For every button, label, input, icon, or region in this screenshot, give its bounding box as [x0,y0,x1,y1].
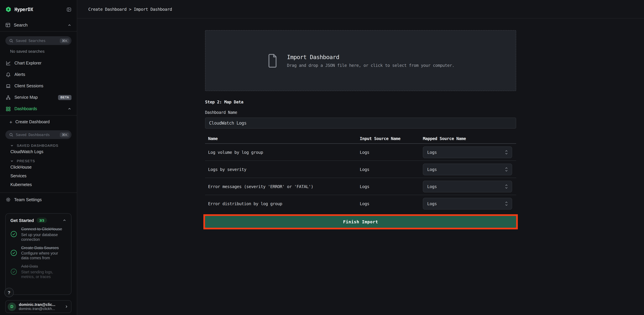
table-row: Log volume by log group Logs Logs [205,144,516,161]
saved-searches-placeholder: Saved Searches [16,39,58,43]
sidebar-item-services[interactable]: Services [0,172,77,180]
mapped-source-select[interactable]: Logs [423,146,512,158]
table-row: Error messages (severity 'ERROR' or 'FAT… [205,178,516,195]
shortcut-badge: ⌘K [60,132,70,137]
saved-dashboards-section-header[interactable]: SAVED DASHBOARDS [10,143,77,147]
sidebar-item-client-sessions[interactable]: Client Sessions [0,80,77,92]
main-area: Create Dashboard > Import Dashboard Impo… [77,0,644,315]
sidebar-item-alerts[interactable]: Alerts [0,69,77,80]
get-started-item-title: Create Data Sources [21,245,66,250]
select-value: Logs [427,167,504,172]
presets-section-header[interactable]: PRESETS [10,159,77,163]
chart-explorer-icon [5,61,11,66]
breadcrumb: Create Dashboard > Import Dashboard [88,7,172,12]
no-saved-searches-note: No saved searches [10,49,77,54]
annotation-highlight-box: Finish Import [203,214,518,229]
sidebar-item-team-settings[interactable]: Team Settings [0,193,77,206]
input-source-cell: Logs [360,184,423,189]
sidebar-item-create-dashboard[interactable]: + Create Dashboard [0,116,77,128]
chevron-down-icon [10,144,14,147]
select-value: Logs [427,201,504,206]
sidebar-item-chart-explorer[interactable]: Chart Explorer [0,58,77,69]
hyperdx-logo-icon [5,7,12,13]
bell-icon [5,72,11,77]
sidebar: HyperDX Search Saved Searches ⌘K No save… [0,0,77,315]
chevron-up-icon[interactable] [68,107,72,111]
user-account-button[interactable]: D dominic.tran@clic... dominic.tran@clic… [5,300,72,313]
select-chevrons-icon [504,149,508,155]
get-started-item-add-data[interactable]: Add Data Start sending logs, metrics, or… [10,264,66,279]
column-header-mapped-source: Mapped Source Name [423,136,516,141]
get-started-header[interactable]: Get Started 3/3 [10,218,66,223]
user-texts: dominic.tran@clic... dominic.tran@clickh… [19,302,62,311]
nav-label: Chart Explorer [14,61,42,66]
chart-name-cell: Error distribution by log group [205,201,360,206]
table-row: Logs by severity Logs Logs [205,161,516,178]
user-email: dominic.tran@clickh... [19,306,62,311]
get-started-item-desc: Configure where your data comes from [21,251,66,260]
get-started-progress-badge: 3/3 [36,218,47,223]
column-header-name: Name [205,136,360,141]
sidebar-item-dashboards[interactable]: Dashboards [0,103,77,115]
create-dashboard-label: Create Dashboard [16,120,50,124]
search-icon [9,39,14,43]
select-value: Logs [427,150,504,155]
select-chevrons-icon [504,184,508,189]
chart-name-cell: Log volume by log group [205,150,360,155]
section-title: SAVED DASHBOARDS [17,143,58,147]
sidebar-item-cloudwatch-logs[interactable]: CloudWatch Logs [0,147,77,156]
select-chevrons-icon [504,166,508,172]
chart-name-cell: Error messages (severity 'ERROR' or 'FAT… [205,184,360,189]
finish-import-button[interactable]: Finish Import [205,216,516,228]
dropzone-title: Import Dashboard [287,54,454,60]
topbar: Create Dashboard > Import Dashboard [77,0,644,19]
team-settings-label: Team Settings [14,197,42,202]
section-title: PRESETS [17,159,35,163]
sidebar-item-service-map[interactable]: Service Map BETA [0,92,77,103]
search-section-label: Search [14,23,28,28]
dashboards-grid-icon [5,106,11,111]
chevron-down-icon [10,159,14,163]
mapped-source-select[interactable]: Logs [423,163,512,175]
get-started-item-sources[interactable]: Create Data Sources Configure where your… [10,245,66,260]
table-row: Error distribution by log group Logs Log… [205,195,516,212]
saved-searches-input[interactable]: Saved Searches ⌘K [5,36,72,45]
sidebar-item-clickhouse[interactable]: ClickHouse [0,163,77,172]
help-button[interactable]: ? [4,288,14,297]
mapping-table: Name Input Source Name Mapped Source Nam… [205,134,516,212]
import-dashboard-content: Import Dashboard Drag and drop a JSON fi… [205,30,516,229]
saved-dashboards-input[interactable]: Saved Dashboards ⌘K [5,130,72,139]
sidebar-collapse-icon[interactable] [66,7,72,12]
user-name: dominic.tran@clic... [19,302,62,306]
dashboard-name-input[interactable]: CloudWatch Logs [205,118,516,129]
dropzone-subtitle: Drag and drop a JSON file here, or click… [287,63,454,68]
input-source-cell: Logs [360,150,423,155]
column-header-input-source: Input Source Name [360,136,423,141]
search-section-icon [5,23,10,28]
mapped-source-select[interactable]: Logs [423,180,512,192]
laptop-icon [5,84,11,89]
logo-row: HyperDX [0,0,77,19]
mapped-source-select[interactable]: Logs [423,198,512,210]
input-source-cell: Logs [360,201,423,206]
chevron-up-icon[interactable] [68,23,72,27]
get-started-item-title: Connect to ClickHouse [21,227,66,231]
input-source-cell: Logs [360,167,423,172]
gear-icon [5,197,11,202]
check-circle-icon [10,227,17,242]
sidebar-item-search[interactable]: Search [0,19,77,32]
sidebar-item-kubernetes[interactable]: Kubernetes [0,180,77,189]
step-heading: Step 2: Map Data [205,99,516,104]
chevron-up-icon[interactable] [62,218,66,222]
dashboard-name-label: Dashboard Name [205,110,516,115]
json-file-dropzone[interactable]: Import Dashboard Drag and drop a JSON fi… [205,30,516,91]
get-started-item-connect[interactable]: Connect to ClickHouse Set up your databa… [10,227,66,242]
sidebar-nav: Chart Explorer Alerts Client Sessions Se… [0,58,77,115]
chevron-right-icon [64,304,68,308]
get-started-item-title: Add Data [21,264,66,269]
select-chevrons-icon [504,201,508,206]
chart-name-cell: Logs by severity [205,167,360,172]
nav-label: Client Sessions [14,84,43,88]
get-started-title: Get Started [10,218,34,223]
app-root: HyperDX Search Saved Searches ⌘K No save… [0,0,644,315]
